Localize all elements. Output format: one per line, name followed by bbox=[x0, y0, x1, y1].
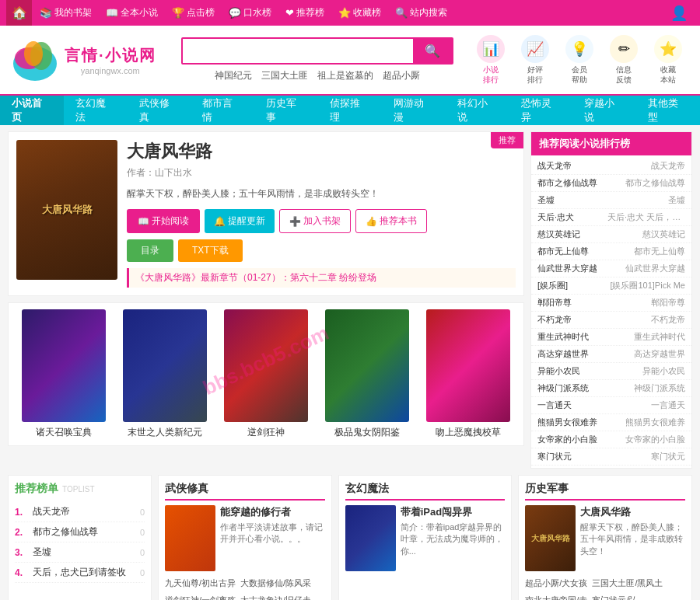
recommend-icon: 👍 bbox=[366, 216, 377, 227]
rank-item[interactable]: 重生武神时代重生武神时代 bbox=[531, 329, 691, 346]
rank-item[interactable]: 熊猫男女很难养熊猫男女很难养 bbox=[531, 414, 691, 431]
book-item-3[interactable]: 逆剑狂神 bbox=[217, 309, 314, 439]
logo[interactable]: 言情·小说网 yanqingwx.com bbox=[12, 37, 156, 83]
rank-item[interactable]: 一言通天一言通天 bbox=[531, 397, 691, 414]
history-link-1[interactable]: 超品小厮/犬女孩 bbox=[525, 576, 587, 591]
toplist-item[interactable]: 3.圣墟0 bbox=[15, 542, 145, 563]
search-button[interactable]: 🔍 bbox=[413, 39, 452, 63]
nav-collectrank[interactable]: ⭐ 收藏榜 bbox=[332, 0, 387, 26]
nav-romance[interactable]: 都市言情 bbox=[191, 96, 254, 125]
rank-item[interactable]: 都市之修仙战尊都市之修仙战尊 bbox=[531, 175, 691, 192]
history-title: 历史军事 bbox=[525, 482, 569, 496]
header-icon-review-rank[interactable]: 📈 好评排行 bbox=[515, 35, 555, 85]
rank-item[interactable]: 仙武世界大穿越仙武世界大穿越 bbox=[531, 260, 691, 277]
user-avatar[interactable]: 👤 bbox=[664, 5, 694, 22]
search-link-1[interactable]: 神国纪元 bbox=[215, 69, 252, 82]
nav-salivarank[interactable]: 💬 口水榜 bbox=[222, 0, 278, 26]
recommend-rank-header: 推荐阅读小说排行榜 bbox=[531, 132, 691, 155]
header-icon-novel-rank[interactable]: 📊 小说排行 bbox=[471, 35, 511, 85]
nav-history[interactable]: 历史军事 bbox=[254, 96, 318, 125]
remind-update-button[interactable]: 🔔 提醒更新 bbox=[205, 209, 275, 233]
history-main-title[interactable]: 大唐风华路 bbox=[580, 505, 685, 519]
nav-home[interactable]: 小说首页 bbox=[0, 96, 64, 125]
rank-item[interactable]: 女帝家的小白脸女帝家的小白脸 bbox=[531, 431, 691, 448]
add-shelf-button[interactable]: ➕ 加入书架 bbox=[279, 209, 351, 233]
fantasy-cover bbox=[345, 505, 396, 571]
nav-allbooks[interactable]: 📖 全本小说 bbox=[100, 0, 164, 26]
featured-latest[interactable]: 《大唐风华路》最新章节（01-27）：第六十二章 纷纷登场 bbox=[127, 268, 516, 288]
logo-sub: yanqingwx.com bbox=[65, 66, 156, 75]
rank-item[interactable]: 慈汉英雄记慈汉英雄记 bbox=[531, 226, 691, 243]
rank-item[interactable]: 异能小农民异能小农民 bbox=[531, 363, 691, 380]
add-icon: ➕ bbox=[289, 216, 301, 227]
wuxia-link-2[interactable]: 大数据修仙/陈风采 bbox=[240, 576, 311, 591]
rank-item[interactable]: 圣墟圣墟 bbox=[531, 192, 691, 209]
wuxia-cover bbox=[165, 505, 215, 571]
fantasy-main-desc: 简介：带着ipad穿越异界的叶章，无法成为魔导师的，你... bbox=[401, 522, 506, 557]
history-link-4[interactable]: 寒门状元/弘 bbox=[592, 593, 637, 600]
history-link-2[interactable]: 三国大土匪/黑风土 bbox=[592, 576, 663, 591]
nav-search[interactable]: 🔍 站内搜索 bbox=[389, 0, 453, 26]
book-item-5[interactable]: 吻上恶魔拽校草 bbox=[420, 309, 517, 439]
header-icon-label-2: 好评排行 bbox=[527, 65, 543, 85]
rank-item[interactable]: [娱乐圈][娱乐圈101]Pick Me bbox=[531, 277, 691, 295]
nav-wuxia[interactable]: 武侠修真 bbox=[128, 96, 191, 125]
wuxia-link-3[interactable]: 逆剑狂神/一剑离殇 bbox=[165, 593, 236, 600]
recommend-book-button[interactable]: 👍 推荐本书 bbox=[355, 209, 427, 233]
read-icon: 📖 bbox=[138, 216, 149, 227]
toplist-sub: TOPLIST bbox=[62, 485, 95, 494]
nav-scifi[interactable]: 科幻小说 bbox=[446, 96, 509, 125]
remind-icon: 🔔 bbox=[214, 216, 226, 227]
nav-shelf[interactable]: 📚 我的书架 bbox=[33, 0, 98, 26]
rank-item[interactable]: 战天龙帝战天龙帝 bbox=[531, 158, 691, 175]
nav-fantasy[interactable]: 玄幻魔法 bbox=[64, 96, 128, 125]
wuxia-link-1[interactable]: 九天仙尊/初出古异 bbox=[165, 576, 236, 591]
download-button[interactable]: TXT下载 bbox=[178, 239, 243, 262]
header-icon-label-1: 小说排行 bbox=[483, 65, 499, 85]
rank-item[interactable]: 不朽龙帝不朽龙帝 bbox=[531, 312, 691, 329]
toplist-item[interactable]: 4.天后，忠犬已到请签收0 bbox=[15, 563, 145, 583]
featured-title[interactable]: 大唐风华路 bbox=[127, 140, 516, 163]
search-link-2[interactable]: 三国大土匪 bbox=[261, 69, 308, 82]
header-icon-feedback[interactable]: ✏ 信息反馈 bbox=[604, 35, 644, 85]
wuxia-link-4[interactable]: 太古龙象诀/旧仔走 bbox=[240, 593, 311, 600]
nav-recommendrank[interactable]: ❤ 推荐榜 bbox=[279, 0, 331, 26]
toplist-item[interactable]: 1.战天龙帝0 bbox=[15, 502, 145, 522]
search-link-4[interactable]: 超品小厮 bbox=[383, 69, 420, 82]
history-main-desc: 醒掌天下权，醉卧美人膝；五十年风雨情，是非成败转头空！ bbox=[580, 522, 685, 557]
book-item-1[interactable]: 诸天召唤宝典 bbox=[15, 309, 112, 439]
header-icon-collect[interactable]: ⭐ 收藏本站 bbox=[648, 35, 688, 85]
book-item-2[interactable]: 末世之人类新纪元 bbox=[116, 309, 213, 439]
history-link-3[interactable]: 南北大唐帝国/赤 bbox=[525, 593, 587, 600]
rank-item[interactable]: 郸阳帝尊郸阳帝尊 bbox=[531, 295, 691, 312]
toc-button[interactable]: 目录 bbox=[127, 239, 173, 262]
rank-item[interactable]: 都市无上仙尊都市无上仙尊 bbox=[531, 243, 691, 260]
header-icon-member[interactable]: 💡 会员帮助 bbox=[559, 35, 600, 85]
rank-item[interactable]: 天后·忠犬天后·忠犬 天后，忠犬已到请签收 bbox=[531, 209, 691, 226]
fantasy-main-title[interactable]: 带着iPad闯异界 bbox=[401, 505, 506, 519]
nav-other[interactable]: 其他类型 bbox=[636, 96, 700, 125]
history-links: 超品小厮/犬女孩 三国大土匪/黑风土 南北大唐帝国/赤 寒门状元/弘 bbox=[525, 576, 685, 600]
nav-online[interactable]: 网游动漫 bbox=[382, 96, 446, 125]
rank-item[interactable]: 神级门派系统神级门派系统 bbox=[531, 380, 691, 397]
search-link-3[interactable]: 祖上是盗墓的 bbox=[317, 69, 373, 82]
search-input[interactable] bbox=[183, 39, 413, 63]
header-icon-label-4: 信息反馈 bbox=[616, 65, 632, 85]
read-button[interactable]: 📖 开始阅读 bbox=[127, 209, 200, 233]
rank-item[interactable]: 寒门状元寒门状元 bbox=[531, 448, 691, 466]
wuxia-main-title[interactable]: 能穿越的修行者 bbox=[220, 505, 325, 519]
rank-item[interactable]: 高达穿越世界高达穿越世界 bbox=[531, 346, 691, 363]
featured-desc: 醒掌天下权，醉卧美人膝；五十年风雨情，是非成败转头空！ bbox=[127, 186, 516, 201]
toplist-item[interactable]: 2.都市之修仙战尊0 bbox=[15, 522, 145, 542]
featured-author: 作者：山下出水 bbox=[127, 166, 516, 180]
nav-clickrank[interactable]: 🏆 点击榜 bbox=[166, 0, 221, 26]
header-icon-label-3: 会员帮助 bbox=[572, 65, 587, 85]
home-button[interactable]: 🏠 bbox=[6, 0, 32, 26]
svg-point-3 bbox=[24, 41, 43, 66]
nav-detective[interactable]: 侦探推理 bbox=[318, 96, 382, 125]
wuxia-links: 九天仙尊/初出古异 大数据修仙/陈风采 逆剑狂神/一剑离殇 太古龙象诀/旧仔走 … bbox=[165, 576, 325, 600]
nav-horror[interactable]: 恐怖灵异 bbox=[509, 96, 573, 125]
nav-travel[interactable]: 穿越小说 bbox=[572, 96, 636, 125]
book-item-4[interactable]: 极品鬼女阴阳鉴 bbox=[319, 309, 416, 439]
featured-badge: 推荐 bbox=[491, 132, 523, 148]
